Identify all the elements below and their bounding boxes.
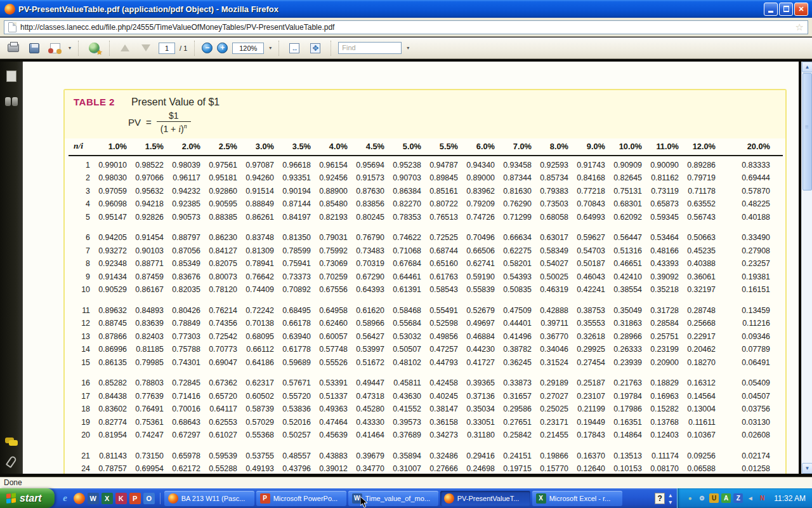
value-cell: 0.74356 xyxy=(200,319,237,328)
value-cell: 0.84438 xyxy=(90,392,127,401)
value-cell: 0.73069 xyxy=(311,259,348,268)
novell-icon[interactable]: N xyxy=(757,493,767,503)
ie-icon[interactable]: e xyxy=(60,493,71,504)
vertical-scrollbar[interactable]: ▲ ▼ xyxy=(801,62,812,474)
z-icon[interactable]: Z xyxy=(733,493,743,503)
period-cell: 13 xyxy=(69,332,90,341)
period-cell: 16 xyxy=(69,378,90,387)
value-cell: 0.83856 xyxy=(348,199,384,208)
value-cell: 0.86384 xyxy=(384,187,421,196)
pages-panel-icon[interactable] xyxy=(6,70,16,82)
bookmarks-panel-icon[interactable] xyxy=(5,97,18,106)
value-cell: 0.65720 xyxy=(200,392,237,401)
excel-icon[interactable]: X xyxy=(102,493,113,504)
value-cell: 0.55491 xyxy=(421,306,458,315)
fit-width-button[interactable] xyxy=(286,40,303,57)
pdf-sidebar xyxy=(0,62,23,474)
fit-page-button[interactable] xyxy=(307,40,324,57)
collaborate-button[interactable] xyxy=(47,40,63,57)
period-cell: 9 xyxy=(69,272,90,281)
value-cell: 0.67362 xyxy=(200,378,237,387)
value-cell: 0.50507 xyxy=(384,345,421,354)
close-button[interactable]: ✕ xyxy=(794,3,808,16)
task-ba213[interactable]: BA 213 W11 (Pasc... xyxy=(164,491,254,506)
value-cell: 0.02608 xyxy=(716,431,770,439)
value-cell: 0.84127 xyxy=(200,246,237,255)
scroll-down-arrow-icon[interactable]: ▼ xyxy=(802,463,812,474)
value-cell: 0.85480 xyxy=(311,199,348,208)
task-pv-pdf[interactable]: PV-PresentValueT... xyxy=(440,491,530,506)
minimize-button[interactable] xyxy=(764,3,778,16)
zoom-caret-icon[interactable]: ▾ xyxy=(269,45,272,51)
collaborate-caret-icon[interactable]: ▾ xyxy=(69,45,71,51)
value-cell: 0.81954 xyxy=(90,431,127,439)
web-button[interactable] xyxy=(86,40,102,57)
zoom-level-select[interactable]: 120% xyxy=(232,43,264,54)
value-cell: 0.64993 xyxy=(568,213,605,222)
value-cell: 0.46651 xyxy=(605,259,642,268)
value-cell: 0.65873 xyxy=(642,199,679,208)
value-cell: 0.60502 xyxy=(237,392,274,401)
value-cell: 0.87630 xyxy=(348,187,384,196)
restore-button[interactable] xyxy=(779,3,793,16)
next-page-button[interactable] xyxy=(138,40,154,57)
volume-icon[interactable]: ◄ xyxy=(745,493,755,503)
value-cell: 0.44230 xyxy=(458,345,495,354)
start-button[interactable]: start xyxy=(0,488,55,508)
help-icon[interactable]: ? xyxy=(655,493,665,504)
value-cell: 0.26333 xyxy=(605,345,642,354)
shield-icon[interactable]: U xyxy=(709,493,719,503)
value-cell: 0.36245 xyxy=(495,358,532,367)
outlook-icon[interactable]: O xyxy=(143,493,155,504)
word-icon[interactable]: W xyxy=(88,493,99,504)
prev-page-button[interactable] xyxy=(117,40,133,57)
url-field[interactable]: http://classes.lanecc.edu/file.php/24555… xyxy=(4,20,808,34)
scroll-up-arrow-icon[interactable]: ▲ xyxy=(802,62,812,72)
value-cell: 0.75941 xyxy=(274,259,311,268)
zoom-in-button[interactable]: + xyxy=(217,43,228,53)
hidden-icons-chevron-icon[interactable]: ▴▾ xyxy=(669,491,672,505)
antivirus-icon[interactable]: A xyxy=(721,493,731,503)
bookmark-star-icon[interactable]: ☆ xyxy=(796,22,804,33)
value-cell: 0.81143 xyxy=(90,451,127,460)
attachments-panel-icon[interactable] xyxy=(6,455,18,468)
find-input[interactable]: Find xyxy=(338,42,402,54)
find-caret-icon[interactable]: ▾ xyxy=(407,45,409,51)
comments-panel-icon[interactable] xyxy=(5,438,18,446)
value-cell: 0.40245 xyxy=(421,392,458,401)
task-powerpoint[interactable]: PMicrosoft PowerPo... xyxy=(256,491,346,506)
firefox-icon xyxy=(4,4,15,15)
value-cell: 0.42241 xyxy=(568,285,605,294)
value-cell: 0.86230 xyxy=(200,233,237,242)
value-cell: 0.35049 xyxy=(605,306,642,315)
powerpoint-icon[interactable]: P xyxy=(129,493,141,504)
value-cell: 0.56743 xyxy=(679,213,716,222)
key-icon[interactable]: K xyxy=(115,493,127,504)
value-cell: 0.24151 xyxy=(495,451,532,460)
agent-icon[interactable]: ● xyxy=(685,493,695,503)
save-button[interactable] xyxy=(26,40,43,57)
value-cell: 0.81185 xyxy=(127,345,164,354)
value-cell: 0.80073 xyxy=(200,272,237,281)
tools-icon[interactable]: ⚙ xyxy=(697,493,707,503)
table-row: 60.942050.914540.887970.862300.837480.81… xyxy=(69,231,785,244)
scrollbar-thumb[interactable] xyxy=(802,73,812,190)
value-cell: 0.03756 xyxy=(716,404,770,413)
task-excel[interactable]: XMicrosoft Excel - r... xyxy=(532,491,622,506)
value-cell: 0.91573 xyxy=(348,173,384,182)
value-cell: 0.13768 xyxy=(642,418,679,427)
value-cell: 0.90529 xyxy=(90,285,127,294)
firefox-icon xyxy=(444,493,454,504)
value-cell: 0.45811 xyxy=(384,378,421,387)
value-cell: 0.11611 xyxy=(679,418,716,427)
page-number-input[interactable]: 1 xyxy=(159,43,175,54)
value-cell: 0.11216 xyxy=(716,319,770,328)
zoom-out-button[interactable]: − xyxy=(202,43,213,53)
firefox-icon[interactable] xyxy=(74,493,85,504)
value-cell: 0.92593 xyxy=(532,161,568,170)
print-button[interactable] xyxy=(5,40,22,57)
value-cell: 0.78803 xyxy=(127,378,164,387)
value-cell: 0.81630 xyxy=(495,187,532,196)
column-header: 5.0% xyxy=(384,142,421,151)
value-cell: 0.14864 xyxy=(605,431,642,439)
